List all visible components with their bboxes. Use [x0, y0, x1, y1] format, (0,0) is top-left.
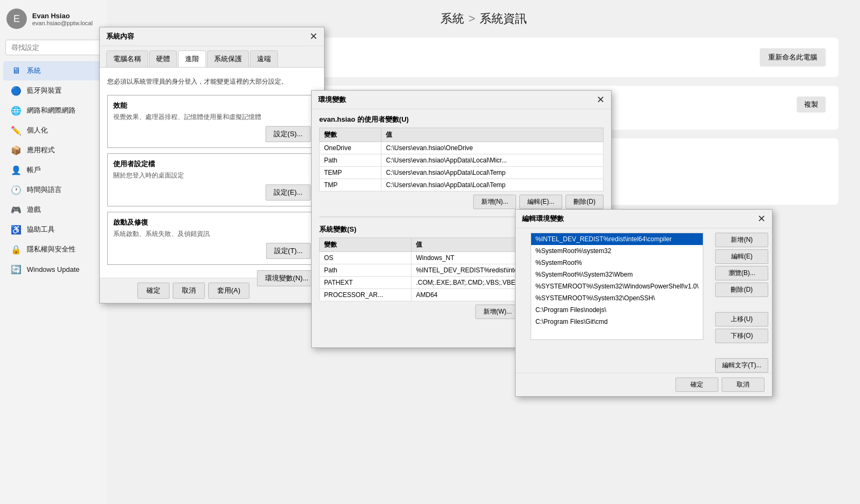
edit-env-new-button[interactable]: 新增(N): [715, 233, 768, 247]
startup-section: 啟動及修復 系統啟動、系統失敗、及偵錯資訊 設定(T)...: [107, 212, 317, 265]
table-row[interactable]: TEMPC:\Users\evan.hsiao\AppData\Local\Te…: [320, 167, 604, 179]
tab-computer-name[interactable]: 電腦名稱: [106, 50, 148, 67]
var-key: PROCESSOR_AR...: [320, 289, 411, 301]
sys-props-title-bar: 系統內容 ✕: [100, 27, 324, 46]
sidebar-item-bluetooth[interactable]: 🔵 藍牙與裝置: [3, 81, 104, 100]
breadcrumb-current: 系統資訊: [480, 11, 527, 27]
list-item[interactable]: C:\Program Files\Git\cmd: [531, 316, 703, 328]
edit-env-move-up-button[interactable]: 上移(U): [715, 312, 768, 327]
sys-props-apply-button[interactable]: 套用(A): [208, 283, 249, 299]
env-vars-title: 環境變數: [318, 95, 346, 105]
edit-env-footer: 確定 取消: [516, 373, 772, 396]
list-item[interactable]: %SYSTEMROOT%\System32\WindowsPowerShell\…: [531, 280, 703, 292]
var-value: C:\Users\evan.hsiao\OneDrive: [381, 142, 604, 154]
sys-props-close-button[interactable]: ✕: [310, 32, 318, 41]
breadcrumb-root: 系統: [440, 11, 464, 27]
edit-env-cancel-button[interactable]: 取消: [722, 377, 765, 392]
sidebar-item-label: 時間與語言: [27, 185, 62, 195]
sys-new-button[interactable]: 新增(W)...: [475, 305, 520, 319]
startup-settings-button[interactable]: 設定(T)...: [266, 243, 311, 259]
edit-env-content: %INTEL_DEV_REDIST%redist\intel64\compile…: [516, 228, 772, 373]
sys-props-cancel-button[interactable]: 取消: [173, 283, 205, 299]
sys-props-body: 您必須以系統管理員的身分登入，才能變更這裡的大部分設定。 效能 視覺效果、處理器…: [100, 68, 324, 278]
list-item[interactable]: %SystemRoot%\System32\Wbem: [531, 269, 703, 280]
var-key: OneDrive: [320, 142, 381, 154]
network-icon: 🌐: [11, 105, 21, 116]
tab-hardware[interactable]: 硬體: [149, 50, 177, 67]
sidebar-item-gaming[interactable]: 🎮 遊戲: [3, 200, 104, 219]
tab-remote[interactable]: 遠端: [250, 50, 278, 67]
tab-system-protection[interactable]: 系統保護: [207, 50, 249, 67]
list-item[interactable]: C:\Program Files\nodejs\: [531, 304, 703, 316]
profile-desc: 關於您登入時的桌面設定: [113, 171, 311, 180]
sidebar-item-apps[interactable]: 📦 應用程式: [3, 140, 104, 160]
avatar: E: [6, 9, 27, 29]
env-vars-close-button[interactable]: ✕: [597, 95, 605, 105]
var-key: Path: [320, 154, 381, 167]
env-vars-button[interactable]: 環境變數(N)...: [257, 270, 317, 286]
sys-props-title: 系統內容: [106, 32, 134, 41]
tab-advanced[interactable]: 進階: [178, 50, 206, 67]
edit-env-move-down-button[interactable]: 下移(O): [715, 329, 768, 343]
user-vars-table: 變數 值 OneDriveC:\Users\evan.hsiao\OneDriv…: [319, 128, 604, 191]
profile-section: 使用者設定檔 關於您登入時的桌面設定 設定(E)...: [107, 153, 317, 206]
user-vars-section: evan.hsiao 的使用者變數(U) 變數 值 OneDriveC:\Use…: [312, 109, 611, 214]
user-profile: E Evan Hsiao evan.hsiao@pptw.local: [0, 0, 107, 38]
list-item[interactable]: %INTEL_DEV_REDIST%redist\intel64\compile…: [531, 233, 703, 245]
list-item[interactable]: %SYSTEMROOT%\System32\OpenSSH\: [531, 292, 703, 304]
user-delete-button[interactable]: 刪除(D): [565, 195, 604, 209]
search-input[interactable]: [5, 40, 102, 55]
var-value: C:\Users\evan.hsiao\AppData\Local\Temp: [381, 179, 604, 191]
env-vars-title-bar: 環境變數 ✕: [312, 91, 611, 109]
table-row[interactable]: OneDriveC:\Users\evan.hsiao\OneDrive: [320, 142, 604, 154]
sidebar-item-time[interactable]: 🕐 時間與語言: [3, 180, 104, 199]
profile-settings-button[interactable]: 設定(E)...: [266, 184, 311, 201]
perf-section: 效能 視覺效果、處理器排程、記憶體使用量和虛擬記憶體 設定(S)...: [107, 95, 317, 148]
user-info: Evan Hsiao evan.hsiao@pptw.local: [32, 12, 93, 26]
perf-settings-button[interactable]: 設定(S)...: [266, 126, 311, 142]
edit-env-title-bar: 編輯環境變數 ✕: [516, 210, 772, 228]
copy-button[interactable]: 複製: [797, 97, 826, 113]
sidebar-item-label: 個人化: [27, 125, 48, 135]
sys-props-ok-button[interactable]: 確定: [137, 283, 170, 299]
list-item[interactable]: %SystemRoot%: [531, 257, 703, 269]
user-edit-button[interactable]: 編輯(E)...: [519, 195, 562, 209]
sidebar-item-label: 應用程式: [27, 145, 55, 155]
sidebar-item-privacy[interactable]: 🔒 隱私權與安全性: [3, 240, 104, 259]
sidebar-item-accessibility[interactable]: ♿ 協助工具: [3, 220, 104, 239]
user-vars-col-val: 值: [381, 128, 604, 142]
user-email: evan.hsiao@pptw.local: [32, 20, 93, 26]
var-value: C:\Users\evan.hsiao\AppData\Local\Micr..…: [381, 154, 604, 167]
sys-props-tabs: 電腦名稱 硬體 進階 系統保護 遠端: [100, 46, 324, 68]
perf-desc: 視覺效果、處理器排程、記憶體使用量和虛擬記憶體: [113, 113, 311, 122]
sidebar-item-windows-update[interactable]: 🔄 Windows Update: [3, 260, 104, 279]
admin-note: 您必須以系統管理員的身分登入，才能變更這裡的大部分設定。: [107, 75, 317, 88]
sidebar-item-personalization[interactable]: ✏️ 個人化: [3, 121, 104, 140]
sidebar-item-label: 藍牙與裝置: [27, 86, 62, 95]
user-new-button[interactable]: 新增(N)...: [473, 195, 517, 209]
sys-vars-col-key: 變數: [320, 238, 411, 252]
user-name: Evan Hsiao: [32, 12, 93, 20]
sidebar-item-system[interactable]: 🖥 系統: [3, 61, 104, 80]
edit-env-edit-text-button[interactable]: 編輯文字(T)...: [715, 358, 768, 373]
edit-env-list-wrap: %INTEL_DEV_REDIST%redist\intel64\compile…: [523, 228, 711, 373]
sidebar-item-label: 系統: [27, 66, 41, 76]
table-row[interactable]: PathC:\Users\evan.hsiao\AppData\Local\Mi…: [320, 154, 604, 167]
rename-button[interactable]: 重新命名此電腦: [760, 48, 826, 66]
sidebar-item-label: 網路和網際網路: [27, 106, 76, 115]
accessibility-icon: ♿: [11, 224, 21, 235]
edit-env-actions: 新增(N) 編輯(E) 瀏覽(B)... 刪除(D) 上移(U) 下移(O) 編…: [715, 233, 768, 373]
edit-env-edit-button[interactable]: 編輯(E): [715, 249, 768, 264]
table-row[interactable]: TMPC:\Users\evan.hsiao\AppData\Local\Tem…: [320, 179, 604, 191]
user-vars-col-key: 變數: [320, 128, 381, 142]
edit-env-close-button[interactable]: ✕: [758, 214, 766, 224]
list-item[interactable]: %SystemRoot%\system32: [531, 245, 703, 257]
sidebar-item-label: 協助工具: [27, 225, 55, 234]
time-icon: 🕐: [11, 184, 21, 195]
sidebar-item-accounts[interactable]: 👤 帳戶: [3, 160, 104, 180]
edit-env-ok-button[interactable]: 確定: [675, 377, 718, 392]
edit-env-delete-button[interactable]: 刪除(D): [715, 283, 768, 297]
edit-env-browse-button[interactable]: 瀏覽(B)...: [715, 266, 768, 280]
sidebar-item-network[interactable]: 🌐 網路和網際網路: [3, 101, 104, 120]
gaming-icon: 🎮: [11, 204, 21, 215]
